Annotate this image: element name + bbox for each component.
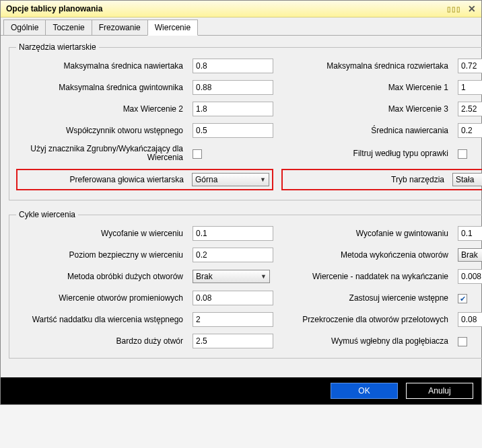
chevron-down-icon: ▼ bbox=[261, 273, 267, 280]
select-tool-mode[interactable]: Stała ▼ bbox=[452, 173, 482, 186]
group-drillcycles: Cykle wiercenia Wycofanie w wierceniu Wy… bbox=[9, 210, 482, 359]
input-max-reamer[interactable] bbox=[458, 59, 482, 73]
label-radial-drill: Wiercenie otworów promieniowych bbox=[16, 293, 184, 303]
input-radial-drill[interactable] bbox=[193, 291, 273, 305]
input-max-drill2[interactable] bbox=[193, 102, 273, 116]
label-very-big: Bardzo duży otwór bbox=[16, 336, 184, 346]
input-spot-dia[interactable] bbox=[458, 123, 482, 138]
input-pilot-allow[interactable] bbox=[193, 312, 273, 327]
input-max-drill3[interactable] bbox=[458, 102, 482, 116]
legend-drillcycles: Cykle wiercenia bbox=[16, 210, 78, 219]
group-drilltools: Narzędzia wiertarskie Maksymalna średnic… bbox=[9, 42, 482, 200]
label-force-deep: Wymuś wgłebny dla pogłębiacza bbox=[281, 336, 450, 346]
select-finish-method[interactable]: Brak ▼ bbox=[458, 248, 482, 262]
label-finish-allow: Wiercenie - naddatek na wykańczanie bbox=[281, 272, 450, 281]
label-retract-drill: Wycofanie w wierceniu bbox=[16, 229, 184, 238]
input-retract-drill[interactable] bbox=[193, 226, 273, 241]
check-force-deep[interactable] bbox=[458, 337, 467, 346]
highlight-pref-head: Preferowana głowica wiertarska Górna ▼ bbox=[16, 169, 273, 190]
tab-turning[interactable]: Toczenie bbox=[45, 20, 92, 36]
tabstrip: Ogólnie Toczenie Frezowanie Wiercenie bbox=[1, 17, 481, 36]
check-rough-finish[interactable] bbox=[193, 149, 202, 159]
label-retract-tap: Wycofanie w gwintowaniu bbox=[281, 229, 450, 238]
label-spot-dia: Średnica nawiercania bbox=[281, 126, 450, 135]
panel-content: Narzędzia wiertarskie Maksymalna średnic… bbox=[1, 36, 481, 377]
select-pref-head-value: Górna bbox=[195, 175, 217, 184]
cancel-button[interactable]: Anuluj bbox=[406, 383, 473, 399]
label-bighole-method: Metoda obróbki dużych otworów bbox=[16, 272, 184, 281]
tab-drilling[interactable]: Wiercenie bbox=[147, 20, 198, 36]
legend-drilltools: Narzędzia wiertarskie bbox=[16, 42, 99, 52]
input-max-spot[interactable] bbox=[193, 59, 273, 73]
label-safe-level: Poziom bezpieczny w wierceniu bbox=[16, 250, 184, 260]
label-pilot-allow: Wartść naddatku dla wiercenia wstępnego bbox=[16, 315, 184, 324]
highlight-tool-mode: Tryb narzędzia Stała ▼ bbox=[281, 169, 482, 190]
select-finish-method-value: Brak bbox=[461, 250, 478, 260]
dialog-window: Opcje tablicy planowania ▯▯▯ ✕ Ogólnie T… bbox=[0, 0, 482, 405]
label-max-reamer: Maksymalna średnica rozwiertaka bbox=[281, 61, 450, 71]
chevron-down-icon: ▼ bbox=[260, 176, 266, 183]
input-pilot-factor[interactable] bbox=[193, 123, 273, 138]
check-filter-holder[interactable] bbox=[458, 149, 467, 159]
tab-milling[interactable]: Frezowanie bbox=[92, 20, 148, 36]
select-pref-head[interactable]: Górna ▼ bbox=[192, 173, 269, 186]
label-max-spot: Maksymalna średnica nawiertaka bbox=[16, 61, 184, 71]
label-finish-method: Metoda wykończenia otworów bbox=[281, 250, 450, 260]
label-pilot-factor: Współczynnik otworu wstępnego bbox=[16, 126, 184, 135]
label-max-drill2: Max Wiercenie 2 bbox=[16, 104, 184, 114]
select-bighole-method-value: Brak bbox=[196, 272, 213, 281]
close-icon[interactable]: ✕ bbox=[468, 3, 476, 14]
input-max-drill1[interactable] bbox=[458, 80, 482, 95]
input-max-tap[interactable] bbox=[193, 80, 273, 95]
label-max-drill3: Max Wiercenie 3 bbox=[281, 104, 450, 114]
label-pref-head: Preferowana głowica wiertarska bbox=[20, 175, 185, 184]
input-finish-allow[interactable] bbox=[458, 269, 482, 284]
label-max-tap: Maksymalna średnica gwintownika bbox=[16, 83, 184, 92]
label-tool-mode: Tryb narzędzia bbox=[285, 175, 446, 184]
label-max-drill1: Max Wiercenie 1 bbox=[281, 83, 450, 92]
label-rough-finish: Użyj znacznika Zgrubny/Wykańczający dla … bbox=[16, 145, 184, 162]
select-tool-mode-value: Stała bbox=[456, 175, 474, 184]
input-through-over[interactable] bbox=[458, 312, 482, 327]
window-title: Opcje tablicy planowania bbox=[6, 4, 447, 13]
titlebar: Opcje tablicy planowania ▯▯▯ ✕ bbox=[1, 1, 481, 17]
check-apply-pilot[interactable] bbox=[458, 294, 467, 303]
input-very-big[interactable] bbox=[193, 334, 273, 348]
select-bighole-method[interactable]: Brak ▼ bbox=[193, 270, 270, 283]
label-apply-pilot: Zastosuj wiercenie wstępne bbox=[281, 293, 450, 303]
label-filter-holder: Filtruj według typu oprawki bbox=[281, 149, 450, 158]
label-through-over: Przekroczenie dla otworów przelotowych bbox=[281, 315, 450, 324]
input-retract-tap[interactable] bbox=[458, 226, 482, 241]
tab-general[interactable]: Ogólnie bbox=[3, 20, 46, 36]
grip-icon: ▯▯▯ bbox=[447, 5, 461, 13]
input-safe-level[interactable] bbox=[193, 248, 273, 262]
ok-button[interactable]: OK bbox=[331, 383, 398, 399]
buttonbar: OK Anuluj bbox=[1, 377, 481, 404]
